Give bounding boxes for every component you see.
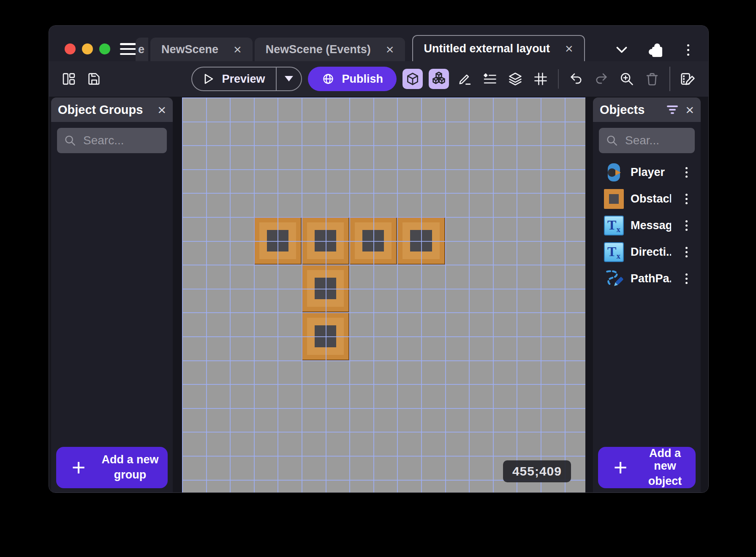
player-icon bbox=[604, 162, 624, 182]
view-3d-box-toggle-icon[interactable] bbox=[402, 69, 423, 89]
close-icon[interactable]: × bbox=[158, 103, 166, 117]
object-row-player[interactable]: Player bbox=[593, 159, 701, 186]
obstacle-instance[interactable] bbox=[397, 217, 445, 265]
preview-button[interactable]: Preview bbox=[191, 67, 302, 91]
layers-icon[interactable] bbox=[506, 69, 525, 89]
hamburger-menu-icon[interactable] bbox=[120, 42, 136, 56]
kebab-menu-icon[interactable] bbox=[678, 189, 695, 209]
tab-newscene-events[interactable]: NewScene (Events) × bbox=[255, 38, 405, 61]
scene-canvas[interactable]: 455;409 bbox=[182, 97, 585, 493]
object-label: Message bbox=[631, 219, 671, 232]
zoom-in-icon[interactable] bbox=[617, 69, 636, 89]
object-row-message[interactable]: Tx Message bbox=[593, 212, 701, 239]
tile-layer bbox=[182, 97, 585, 493]
preview-dropdown-caret-icon[interactable] bbox=[277, 68, 301, 90]
chevron-down-icon[interactable] bbox=[612, 40, 631, 59]
tab-untitled-external-layout[interactable]: Untitled external layout × bbox=[412, 35, 585, 61]
main-content: Object Groups × + Add a new bbox=[49, 97, 708, 493]
toolbar: Preview Publish bbox=[49, 61, 708, 97]
search-icon bbox=[64, 134, 76, 147]
window-menu-kebab-icon[interactable] bbox=[680, 40, 696, 59]
object-list: Player Obstacle Tx Message Tx bbox=[593, 159, 701, 292]
close-icon[interactable]: × bbox=[565, 42, 573, 55]
close-window-button[interactable] bbox=[65, 43, 76, 54]
save-icon[interactable] bbox=[84, 69, 104, 89]
tab-label: NewScene (Events) bbox=[266, 43, 371, 56]
object-groups-panel: Object Groups × + Add a new bbox=[51, 97, 173, 493]
kebab-menu-icon[interactable] bbox=[678, 269, 695, 289]
objects-panel: Objects × bbox=[593, 97, 701, 493]
object-groups-title: Object Groups bbox=[58, 103, 150, 117]
obstacle-instance[interactable] bbox=[349, 217, 397, 265]
publish-label: Publish bbox=[342, 73, 383, 86]
redo-icon[interactable] bbox=[592, 69, 611, 89]
object-search-box[interactable] bbox=[599, 128, 695, 153]
search-icon bbox=[606, 134, 618, 147]
kebab-menu-icon[interactable] bbox=[678, 163, 695, 182]
object-row-directions[interactable]: Tx Directi... bbox=[593, 239, 701, 265]
tab-partial[interactable]: e bbox=[136, 38, 148, 61]
titlebar-actions bbox=[612, 40, 696, 59]
cursor-coordinates-badge: 455;409 bbox=[503, 460, 571, 482]
close-icon[interactable]: × bbox=[234, 43, 242, 56]
extensions-puzzle-icon[interactable] bbox=[646, 40, 665, 59]
globe-icon bbox=[321, 72, 335, 86]
text-object-icon: Tx bbox=[604, 216, 624, 235]
plus-icon: + bbox=[602, 456, 639, 479]
obstacle-instance[interactable] bbox=[302, 312, 349, 360]
tab-newscene[interactable]: NewScene × bbox=[150, 38, 253, 61]
obstacle-instance[interactable] bbox=[254, 217, 302, 265]
edit-pencil-icon[interactable] bbox=[455, 69, 474, 89]
group-search-box[interactable] bbox=[57, 128, 167, 153]
grid-icon[interactable] bbox=[531, 69, 550, 89]
gdevelop-window: e NewScene × NewScene (Events) × Untitle… bbox=[49, 25, 709, 493]
maximize-window-button[interactable] bbox=[99, 43, 110, 54]
add-group-label-line2: group bbox=[114, 469, 146, 481]
obstacle-instance[interactable] bbox=[302, 265, 349, 312]
publish-button[interactable]: Publish bbox=[308, 67, 397, 91]
objects-header: Objects × bbox=[593, 97, 701, 122]
object-label: PathPa... bbox=[631, 272, 671, 285]
titlebar: e NewScene × NewScene (Events) × Untitle… bbox=[49, 26, 708, 61]
object-search-input[interactable] bbox=[624, 133, 688, 148]
kebab-menu-icon[interactable] bbox=[678, 216, 695, 235]
delete-trash-icon[interactable] bbox=[642, 69, 662, 89]
preview-label: Preview bbox=[222, 73, 265, 86]
filter-icon[interactable] bbox=[667, 105, 678, 114]
objects-title: Objects bbox=[600, 103, 659, 117]
instances-list-icon[interactable] bbox=[480, 69, 500, 89]
object-row-pathpaint[interactable]: PathPa... bbox=[593, 265, 701, 292]
instances-cubes-toggle-icon[interactable] bbox=[429, 69, 449, 89]
object-label: Obstacle bbox=[631, 192, 671, 205]
project-manager-icon[interactable] bbox=[59, 69, 79, 89]
tab-label: Untitled external layout bbox=[424, 42, 550, 55]
plus-icon: + bbox=[60, 456, 97, 479]
obstacle-icon bbox=[604, 189, 624, 209]
add-object-label-line2: object bbox=[648, 475, 682, 488]
add-object-button[interactable]: + Add a new object bbox=[598, 447, 696, 488]
group-search-input[interactable] bbox=[82, 133, 160, 148]
tab-partial-label: e bbox=[138, 43, 144, 56]
add-group-button[interactable]: + Add a new group bbox=[56, 447, 168, 488]
kebab-menu-icon[interactable] bbox=[678, 243, 695, 262]
desktop-background: e NewScene × NewScene (Events) × Untitle… bbox=[0, 0, 756, 557]
text-object-icon: Tx bbox=[604, 242, 624, 262]
tab-bar: e NewScene × NewScene (Events) × Untitle… bbox=[136, 35, 611, 61]
path-paint-icon bbox=[604, 269, 624, 289]
object-row-obstacle[interactable]: Obstacle bbox=[593, 186, 701, 212]
preview-main[interactable]: Preview bbox=[192, 68, 276, 90]
object-label: Player bbox=[631, 166, 671, 179]
object-groups-header: Object Groups × bbox=[51, 97, 173, 122]
play-icon bbox=[201, 72, 215, 86]
add-object-label-line1: Add a new bbox=[639, 447, 691, 472]
add-group-label-line1: Add a new bbox=[101, 454, 158, 466]
obstacle-instance[interactable] bbox=[302, 217, 349, 265]
edit-scene-properties-icon[interactable] bbox=[678, 69, 697, 89]
object-label: Directi... bbox=[631, 246, 671, 259]
minimize-window-button[interactable] bbox=[82, 43, 93, 54]
tab-label: NewScene bbox=[161, 43, 218, 56]
undo-icon[interactable] bbox=[566, 69, 586, 89]
close-icon[interactable]: × bbox=[386, 43, 394, 56]
traffic-lights bbox=[65, 43, 110, 54]
close-icon[interactable]: × bbox=[685, 103, 694, 117]
